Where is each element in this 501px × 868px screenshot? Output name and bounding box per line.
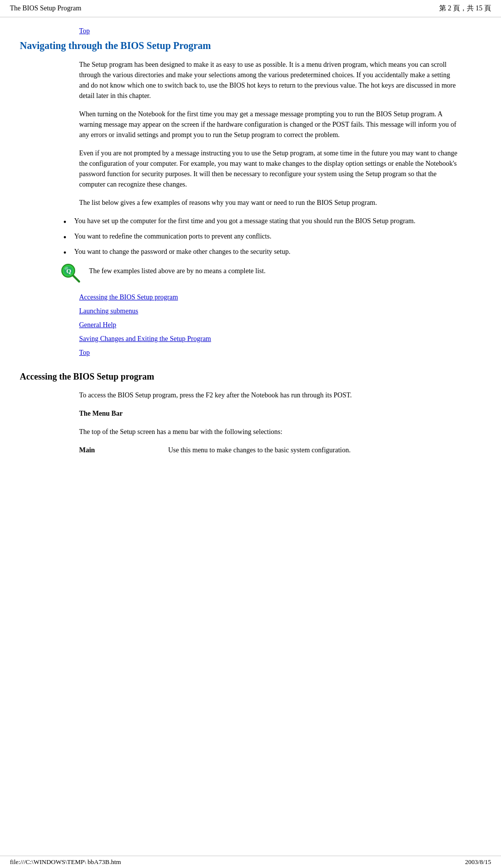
- magnifier-svg-icon: Q: [59, 262, 81, 284]
- section1-links: Accessing the BIOS Setup program Launchi…: [79, 293, 481, 357]
- link-accessing-bios[interactable]: Accessing the BIOS Setup program: [79, 293, 481, 301]
- note-icon: Q: [59, 262, 81, 284]
- section1-heading: Navigating through the BIOS Setup Progra…: [20, 40, 481, 51]
- top-link-before-section1[interactable]: Top: [79, 27, 481, 35]
- link-launching-submenus[interactable]: Launching submenus: [79, 307, 481, 315]
- link-general-help[interactable]: General Help: [79, 321, 481, 329]
- menu-bar-desc: The top of the Setup screen has a menu b…: [79, 427, 461, 437]
- link-top[interactable]: Top: [79, 349, 481, 357]
- section1-paragraphs: The Setup program has been designed to m…: [79, 59, 461, 208]
- page-footer: file:///C:\WINDOWS\TEMP\ bbA73B.htm 2003…: [0, 856, 501, 868]
- section1-paragraph-1: The Setup program has been designed to m…: [79, 59, 461, 101]
- definition-desc-main: Use this menu to make changes to the bas…: [168, 445, 461, 455]
- section2-content: To access the BIOS Setup program, press …: [79, 390, 461, 437]
- section2-heading: Accessing the BIOS Setup program: [20, 372, 481, 382]
- bullet-item-1: You have set up the computer for the fir…: [59, 216, 461, 226]
- page-pagination: 第 2 頁，共 15 頁: [439, 4, 491, 13]
- note-text: The few examples listed above are by no …: [89, 262, 266, 276]
- section1-paragraph-2: When turning on the Notebook for the fir…: [79, 109, 461, 140]
- footer-path: file:///C:\WINDOWS\TEMP\ bbA73B.htm: [10, 858, 121, 866]
- page-content: Top Navigating through the BIOS Setup Pr…: [0, 17, 501, 478]
- footer-date: 2003/8/15: [465, 858, 491, 866]
- section1-paragraph-3: Even if you are not prompted by a messag…: [79, 148, 461, 190]
- definition-term-main: Main: [79, 445, 168, 455]
- svg-line-3: [73, 276, 79, 282]
- definition-row-main: Main Use this menu to make changes to th…: [79, 445, 461, 455]
- section1-paragraph-4: The list below gives a few examples of r…: [79, 197, 461, 208]
- bullet-item-3: You want to change the password or make …: [59, 246, 461, 257]
- svg-text:Q: Q: [66, 267, 71, 275]
- definition-table: Main Use this menu to make changes to th…: [79, 445, 461, 455]
- note-box: Q The few examples listed above are by n…: [59, 262, 461, 284]
- bullet-item-2: You want to redefine the communication p…: [59, 231, 461, 241]
- link-saving-changes[interactable]: Saving Changes and Exiting the Setup Pro…: [79, 335, 481, 343]
- section2-intro: To access the BIOS Setup program, press …: [79, 390, 461, 400]
- page-header: The BIOS Setup Program 第 2 頁，共 15 頁: [0, 0, 501, 17]
- document-title: The BIOS Setup Program: [10, 4, 81, 12]
- section1-bullet-list: You have set up the computer for the fir…: [59, 216, 461, 257]
- menu-bar-label: The Menu Bar: [79, 408, 461, 419]
